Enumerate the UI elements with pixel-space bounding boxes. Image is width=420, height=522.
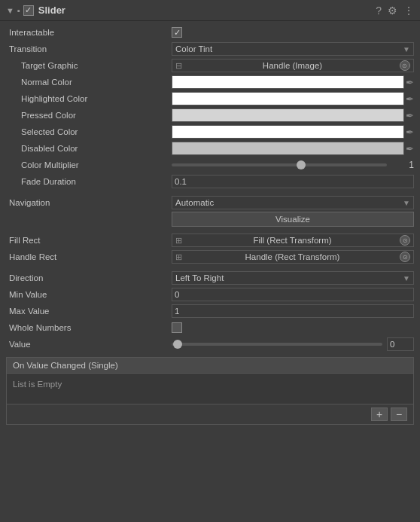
min-value-input[interactable]	[172, 288, 414, 301]
whole-numbers-checkbox[interactable]	[172, 322, 182, 333]
whole-numbers-label: Whole Numbers	[6, 323, 172, 332]
color-multiplier-label: Color Multiplier	[6, 160, 172, 169]
pressed-color-eyedropper[interactable]: ✒	[406, 110, 414, 121]
handle-rect-text: Handle (Rect Transform)	[245, 252, 340, 261]
direction-label: Direction	[6, 273, 172, 282]
max-value-input[interactable]	[172, 304, 414, 318]
events-empty-text: List is Empty	[13, 380, 62, 389]
visualize-value: Visualize	[172, 212, 414, 227]
header-checkbox[interactable]	[23, 5, 34, 16]
disabled-color-swatch[interactable]	[172, 142, 404, 155]
fill-rect-field[interactable]: ⊞ Fill (Rect Transform) ⊙	[172, 234, 414, 247]
handle-rect-row: Handle Rect ⊞ Handle (Rect Transform) ⊙	[0, 249, 420, 265]
visualize-button[interactable]: Visualize	[172, 212, 414, 227]
navigation-dropdown[interactable]: Automatic ▼	[172, 196, 414, 209]
normal-color-swatch[interactable]	[172, 75, 404, 89]
max-value-row: Max Value	[0, 303, 420, 319]
color-multiplier-number: 1	[391, 160, 414, 170]
add-event-button[interactable]: +	[371, 408, 388, 421]
disabled-color-label: Disabled Color	[6, 144, 172, 153]
selected-color-swatch[interactable]	[172, 125, 404, 139]
value-slider-thumb[interactable]	[173, 340, 182, 349]
transition-row: Transition Color Tint ▼	[0, 41, 420, 57]
direction-dropdown-text: Left To Right	[175, 273, 224, 282]
collapse-icon[interactable]: ▼	[6, 6, 14, 15]
target-graphic-select-icon[interactable]: ⊙	[400, 60, 410, 71]
max-value-value	[172, 304, 414, 318]
navigation-dropdown-text: Automatic	[175, 198, 214, 207]
transition-value: Color Tint ▼	[172, 42, 414, 56]
remove-event-button[interactable]: −	[391, 408, 407, 421]
handle-rect-prefix: ⊞	[175, 252, 182, 262]
pressed-color-swatch[interactable]	[172, 108, 404, 122]
pressed-color-row: Pressed Color ✒	[0, 107, 420, 124]
color-multiplier-track	[172, 163, 387, 166]
value-value	[172, 337, 414, 351]
settings-icon[interactable]: ⚙	[388, 5, 397, 17]
value-slider-track	[172, 343, 382, 346]
target-graphic-field[interactable]: ⊟ Handle (Image) ⊙	[172, 59, 414, 72]
whole-numbers-row: Whole Numbers	[0, 319, 420, 336]
handle-rect-select-icon[interactable]: ⊙	[400, 252, 410, 262]
direction-dropdown[interactable]: Left To Right ▼	[172, 271, 414, 285]
pressed-color-value: ✒	[172, 108, 414, 122]
transition-dropdown-arrow: ▼	[403, 45, 410, 53]
interactable-checkbox[interactable]	[172, 27, 182, 38]
fill-rect-text: Fill (Rect Transform)	[253, 236, 331, 245]
selected-color-value: ✒	[172, 125, 414, 139]
slider-panel: Interactable Transition Color Tint ▼ Tar…	[0, 21, 420, 428]
selected-color-row: Selected Color ✒	[0, 124, 420, 140]
value-row: Value	[0, 336, 420, 353]
highlighted-color-label: Highlighted Color	[6, 94, 172, 103]
fade-duration-label: Fade Duration	[6, 177, 172, 186]
min-value-label: Min Value	[6, 290, 172, 299]
direction-value: Left To Right ▼	[172, 271, 414, 285]
value-label: Value	[6, 340, 172, 349]
navigation-value: Automatic ▼	[172, 196, 414, 209]
target-graphic-row: Target Graphic ⊟ Handle (Image) ⊙	[0, 57, 420, 74]
highlighted-color-value: ✒	[172, 92, 414, 105]
navigation-dropdown-arrow: ▼	[403, 199, 410, 207]
fade-duration-input[interactable]	[172, 175, 414, 188]
events-section: On Value Changed (Single) List is Empty …	[6, 357, 414, 425]
fill-rect-label: Fill Rect	[6, 236, 172, 245]
navigation-label: Navigation	[6, 198, 172, 207]
transition-dropdown-text: Color Tint	[175, 44, 212, 53]
overflow-icon[interactable]: ⋮	[403, 5, 414, 17]
toggle-icon[interactable]: ▪	[17, 6, 20, 15]
highlighted-color-row: Highlighted Color ✒	[0, 90, 420, 107]
disabled-color-eyedropper[interactable]: ✒	[406, 143, 414, 154]
disabled-color-value: ✒	[172, 142, 414, 155]
fill-rect-select-icon[interactable]: ⊙	[400, 235, 410, 246]
handle-rect-field[interactable]: ⊞ Handle (Rect Transform) ⊙	[172, 250, 414, 264]
color-multiplier-slider[interactable]: 1	[172, 160, 414, 170]
fill-rect-value: ⊞ Fill (Rect Transform) ⊙	[172, 234, 414, 247]
visualize-row: Visualize	[0, 211, 420, 227]
target-graphic-prefix: ⊟	[175, 61, 182, 71]
transition-label: Transition	[6, 44, 172, 53]
normal-color-label: Normal Color	[6, 78, 172, 87]
help-icon[interactable]: ?	[376, 5, 382, 17]
transition-dropdown[interactable]: Color Tint ▼	[172, 42, 414, 56]
handle-rect-value: ⊞ Handle (Rect Transform) ⊙	[172, 250, 414, 264]
target-graphic-value: ⊟ Handle (Image) ⊙	[172, 59, 414, 72]
direction-row: Direction Left To Right ▼	[0, 270, 420, 286]
handle-rect-label: Handle Rect	[6, 252, 172, 261]
interactable-value	[172, 27, 414, 38]
pressed-color-label: Pressed Color	[6, 111, 172, 120]
highlighted-color-eyedropper[interactable]: ✒	[406, 93, 414, 105]
selected-color-eyedropper[interactable]: ✒	[406, 127, 414, 138]
color-multiplier-value: 1	[172, 160, 414, 170]
highlighted-color-swatch[interactable]	[172, 92, 404, 105]
value-slider-container[interactable]	[172, 337, 414, 351]
header-actions: ? ⚙ ⋮	[376, 5, 414, 17]
navigation-row: Navigation Automatic ▼	[0, 194, 420, 211]
selected-color-label: Selected Color	[6, 127, 172, 136]
events-footer: + −	[7, 404, 413, 424]
value-number-input[interactable]	[387, 337, 414, 351]
max-value-label: Max Value	[6, 307, 172, 316]
color-multiplier-thumb[interactable]	[297, 160, 306, 169]
normal-color-eyedropper[interactable]: ✒	[406, 77, 414, 88]
interactable-row: Interactable	[0, 24, 420, 41]
target-graphic-label: Target Graphic	[6, 61, 172, 70]
